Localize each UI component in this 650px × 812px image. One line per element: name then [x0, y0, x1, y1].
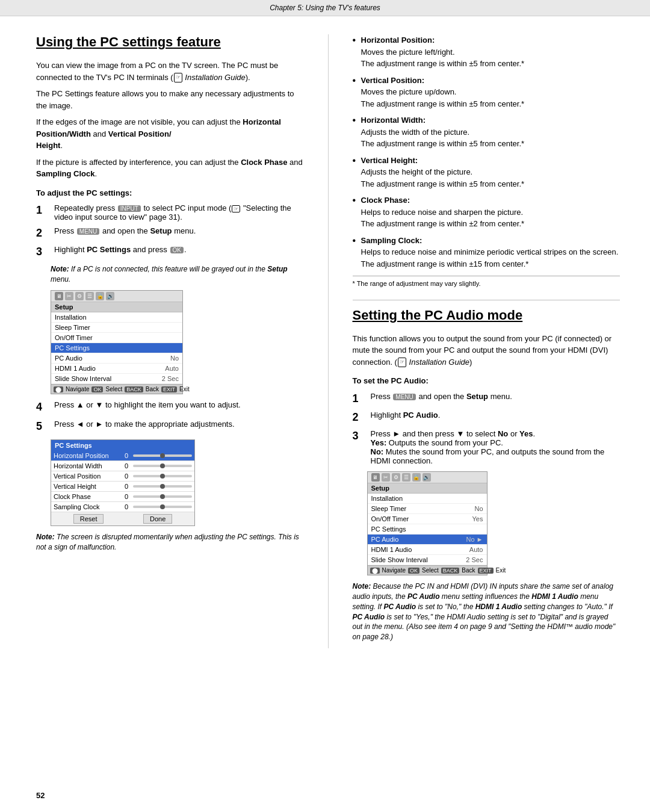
menu-footer-1: ⬤ Navigate OK Select BACK Back EXIT Exit — [51, 384, 182, 394]
intro-para-3: If the edges of the image are not visibl… — [36, 116, 304, 152]
intro1-ref: Installation Guide — [185, 73, 245, 82]
footer-navigate: ⬤ — [54, 386, 63, 392]
hwidth-slider — [133, 465, 192, 467]
ref-icon-2: ☞ — [232, 205, 240, 212]
m2-row-installation: Installation — [368, 494, 487, 504]
clock-title: Clock Phase: — [361, 196, 410, 205]
footnote: * The range of adjustment may vary sligh… — [353, 276, 621, 289]
menu-row-sleep: Sleep Timer — [51, 323, 182, 333]
pc-settings-screenshot: PC Settings Horizontal Position 0 Horizo… — [51, 439, 195, 526]
footer-back-label: Back — [146, 386, 159, 392]
hwidth-line1: Adjusts the width of the picture. — [361, 128, 470, 137]
s2-step-2-num: 2 — [353, 411, 367, 424]
note-3-body: Because the PC IN and HDMI (DVI) IN inpu… — [353, 582, 616, 641]
s2-step-1-num: 1 — [353, 392, 367, 406]
icon-gear: ⚙ — [75, 292, 84, 300]
sampling-slider — [133, 506, 192, 508]
intro4-bold1: Clock Phase — [241, 158, 287, 167]
s2-step-3-content: Press ► and then press ▼ to select No or… — [371, 429, 621, 465]
menu-section-label-1: Setup — [51, 302, 182, 312]
pc-row-hwidth: Horizontal Width 0 — [51, 461, 194, 471]
intro-para-1: You can view the image from a PC on the … — [36, 60, 304, 83]
icon-list-2: ☰ — [402, 473, 410, 482]
hwidth-val: 0 — [122, 462, 131, 470]
ref-icon-3: ☞ — [398, 358, 406, 367]
page: Chapter 5: Using the TV's features Using… — [0, 0, 650, 812]
m2-val-sleep: No — [474, 505, 483, 512]
hpos-line1: Moves the picture left/right. — [361, 48, 455, 57]
pc-settings-header: PC Settings — [51, 440, 194, 451]
section2-intro: This function allows you to output the s… — [353, 333, 621, 368]
step-4-content: Press ▲ or ▼ to highlight the item you w… — [54, 400, 304, 409]
note-1-text: Note: If a PC is not connected, this fea… — [51, 264, 304, 285]
menu-row-installation: Installation — [51, 312, 182, 323]
note-pcaudio-bold-2: PC Audio — [384, 603, 416, 611]
sampling-line2: The adjustment range is within ±15 from … — [361, 259, 529, 268]
adjust-heading: To adjust the PC settings: — [36, 187, 304, 199]
step-3-content: Highlight PC Settings and press OK. — [54, 245, 304, 254]
reset-button[interactable]: Reset — [73, 514, 104, 524]
yes-label: Yes: — [371, 438, 387, 447]
vpos-line2: The adjustment range is within ±5 from c… — [361, 99, 525, 108]
step-5: 5 Press ◄ or ► to make the appropriate a… — [36, 420, 304, 433]
intro-para-2: The PC Settings feature allows you to ma… — [36, 88, 304, 111]
bullet-vheight: Vertical Height: Adjusts the height of t… — [353, 155, 621, 190]
pcaudio-bold: PC Audio — [403, 411, 438, 420]
hpos-label: Horizontal Position — [54, 452, 120, 459]
m2-row-sleep: Sleep Timer No — [368, 504, 487, 514]
menu-screenshot-2: 🖥 ✂ ⚙ ☰ 🔒 🔊 Setup Installation — [367, 471, 488, 575]
m2-val-onoff: Yes — [472, 515, 483, 522]
vheight-slider — [133, 485, 192, 488]
clock-line1: Helps to reduce noise and sharpen the pi… — [361, 208, 524, 217]
section2-title: Setting the PC Audio mode — [353, 308, 621, 323]
note-3-prefix: Note: — [353, 582, 371, 590]
footer-back-btn: BACK — [125, 386, 143, 392]
pc-row-hpos: Horizontal Position 0 — [51, 451, 194, 461]
steps-4-5: 4 Press ▲ or ▼ to highlight the item you… — [36, 400, 304, 433]
menu-val-pcaudio: No — [170, 355, 179, 362]
clock-line2: The adjustment range is within ±2 from c… — [361, 219, 525, 228]
input-kbd: INPUT — [118, 205, 141, 212]
sampling-val: 0 — [122, 503, 131, 510]
footer2-select-btn: OK — [408, 568, 419, 574]
menu-kbd-1: MENU — [77, 228, 99, 235]
footer2-exit-btn: EXIT — [478, 568, 494, 574]
menu-val-hdmi: Auto — [165, 365, 179, 372]
sampling-title: Sampling Clock: — [361, 236, 422, 245]
icon-gear-2: ⚙ — [392, 473, 400, 482]
ref-icon-1: ☞ — [174, 73, 182, 82]
setup-menu-bold: Setup — [267, 265, 287, 273]
footer2-back-label: Back — [462, 567, 475, 574]
step-4: 4 Press ▲ or ▼ to highlight the item you… — [36, 400, 304, 414]
menu-label-slideshow: Slide Show Interval — [55, 375, 111, 382]
pc-row-vpos: Vertical Position 0 — [51, 471, 194, 482]
icon-cut: ✂ — [65, 292, 73, 300]
page-number: 52 — [36, 791, 45, 800]
m2-row-pcsettings: PC Settings — [368, 524, 487, 535]
menu-kbd-2: MENU — [393, 394, 415, 400]
menu-label-pcsettings: PC Settings — [55, 344, 90, 352]
footer2-exit-label: Exit — [496, 567, 506, 574]
ok-kbd-1: OK — [170, 247, 184, 253]
s2-step-1-content: Press MENU and open the Setup menu. — [371, 392, 621, 401]
m2-label-sleep: Sleep Timer — [371, 505, 407, 512]
intro4-text: If the picture is affected by interferen… — [36, 158, 239, 167]
m2-val-pcaudio: No ► — [466, 536, 483, 543]
footer-select-btn: OK — [91, 386, 103, 392]
chapter-title: Chapter 5: Using the TV's features — [270, 4, 380, 12]
menu-body-2: Installation Sleep Timer No On/Off Timer… — [368, 494, 487, 565]
note-hdmi-bold: HDMI 1 Audio — [531, 592, 578, 601]
m2-row-slideshow: Slide Show Interval 2 Sec — [368, 555, 487, 565]
icon-list: ☰ — [85, 292, 94, 300]
section2-intro-text: This function allows you to output the s… — [353, 334, 612, 367]
m2-label-hdmi: HDMI 1 Audio — [371, 546, 412, 553]
footer-exit-btn: EXIT — [161, 386, 177, 392]
menu-title-bar-1: 🖥 ✂ ⚙ ☰ 🔒 🔊 — [51, 291, 182, 302]
step-1: 1 Repeatedly press INPUT to select PC in… — [36, 203, 304, 222]
hwidth-label: Horizontal Width — [54, 462, 120, 470]
menu-section-label-2: Setup — [368, 483, 487, 494]
vheight-val: 0 — [122, 483, 131, 490]
note-1-body: If a PC is not connected, this feature w… — [51, 265, 288, 284]
pc-settings-bold: PC Settings — [87, 245, 131, 254]
done-button[interactable]: Done — [143, 514, 172, 524]
